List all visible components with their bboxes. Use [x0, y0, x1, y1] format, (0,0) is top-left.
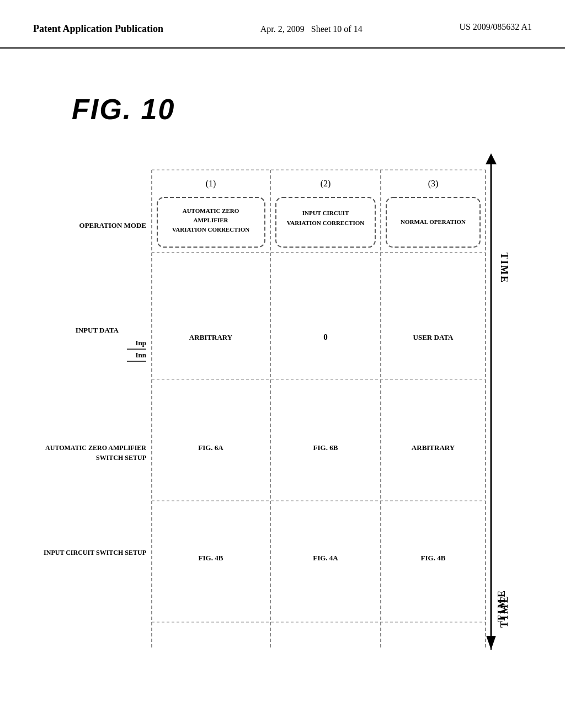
page-header: Patent Application Publication Apr. 2, 2… [0, 0, 565, 49]
col3-op-line1: NORMAL OPERATION [401, 218, 466, 225]
row-label-az-amp-setup-2: SWITCH SETUP [96, 454, 146, 462]
col1-op-line1: AUTOMATIC ZERO [183, 207, 239, 214]
col2-header: (2) [321, 179, 331, 189]
patent-number: US 2009/085632 A1 [459, 22, 532, 32]
row-label-az-amp-setup-1: AUTOMATIC ZERO AMPLIFIER [45, 444, 146, 452]
time-axis-text: TIME [496, 589, 507, 622]
row-label-input-circuit-setup: INPUT CIRCUIT SWITCH SETUP [44, 549, 146, 556]
publication-title: Patent Application Publication [33, 22, 163, 36]
col1-header: (1) [206, 179, 216, 189]
col2-op-line1: INPUT CIRCUIT [302, 210, 349, 216]
col1-ic-fig4b: FIG. 4B [199, 554, 223, 562]
col1-op-line3: VARIATION CORRECTION [172, 226, 250, 233]
row-label-input-data: INPUT DATA [76, 326, 119, 334]
col3-input-user-data: USER DATA [413, 333, 454, 341]
figure-diagram: TIME TIME OPERATION MODE INPUT DATA Inp … [33, 142, 530, 721]
col3-ic-fig4b: FIG. 4B [421, 554, 446, 562]
col2-input-zero: 0 [323, 333, 328, 341]
sheet-info: Sheet 10 of 14 [311, 24, 363, 34]
col3-header: (3) [428, 179, 439, 189]
svg-marker-18 [486, 153, 497, 164]
row-label-inp: Inp [135, 339, 146, 347]
col1-az-fig6a: FIG. 6A [198, 443, 223, 452]
col3-az-arbitrary: ARBITRARY [412, 443, 455, 452]
col2-ic-fig4a: FIG. 4A [313, 554, 338, 562]
publication-date: Apr. 2, 2009 [260, 24, 305, 34]
row-label-inn: Inn [135, 351, 146, 359]
main-content-area: FIG. 10 TIME TIME OPERATION MODE INPUT D… [0, 49, 565, 705]
figure-label: FIG. 10 [72, 93, 175, 126]
row-label-operation-mode: OPERATION MODE [79, 221, 146, 229]
col2-az-fig6b: FIG. 6B [313, 443, 338, 452]
time-axis-label: TIME [499, 253, 510, 283]
col1-op-line2: AMPLIFIER [194, 217, 229, 223]
header-date-sheet: Apr. 2, 2009 Sheet 10 of 14 [260, 22, 363, 36]
col2-op-line2: VARIATION CORRECTION [287, 220, 365, 226]
col1-input-arbitrary: ARBITRARY [189, 333, 233, 341]
